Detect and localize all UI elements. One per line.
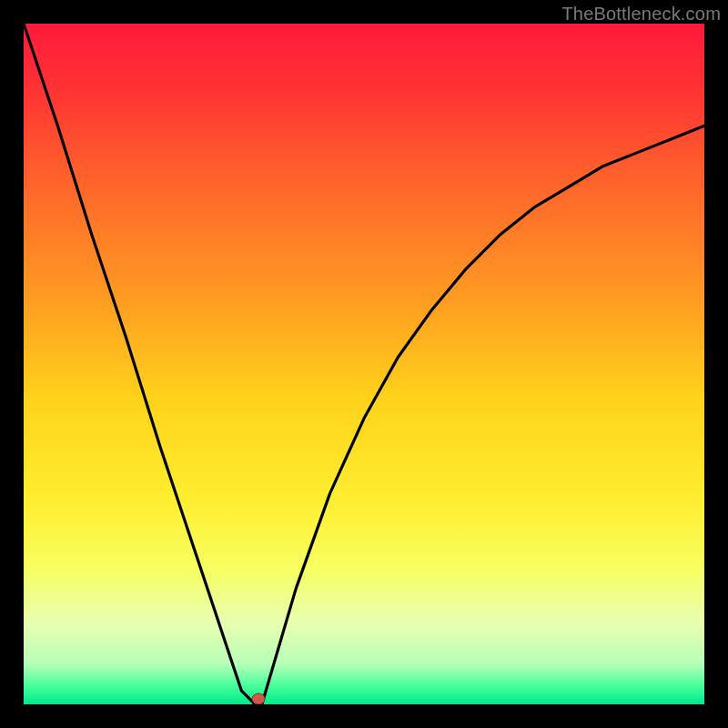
watermark-text: TheBottleneck.com	[561, 4, 721, 25]
bottleneck-chart	[24, 24, 704, 704]
optimal-point-marker	[252, 693, 265, 704]
chart-frame	[24, 24, 704, 704]
chart-background	[24, 24, 704, 704]
